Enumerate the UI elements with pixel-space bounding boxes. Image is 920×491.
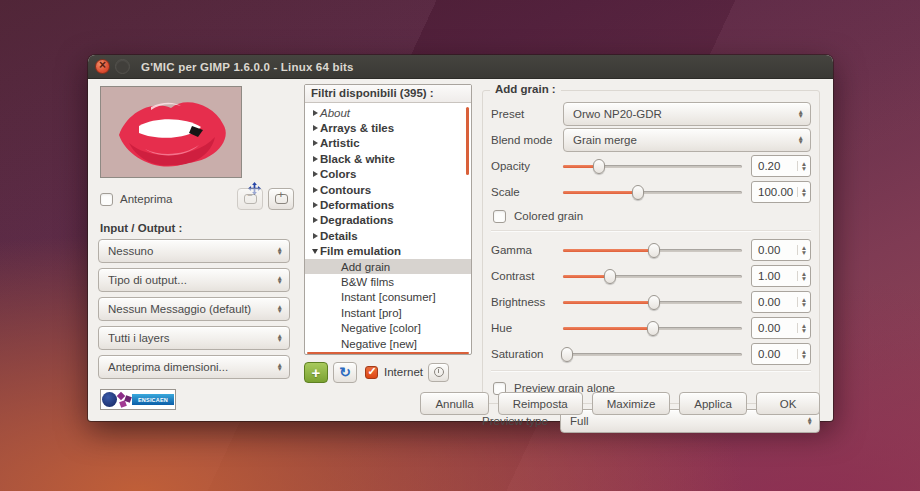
slider-thumb[interactable]: [561, 347, 573, 362]
zoom-out-button[interactable]: −: [237, 188, 263, 210]
filter-item[interactable]: Film emulation: [305, 244, 471, 259]
spinner-arrows-icon[interactable]: ▲▼: [797, 349, 810, 359]
filter-item[interactable]: B&W films: [305, 274, 471, 289]
filter-item[interactable]: About: [305, 105, 471, 120]
applica-button[interactable]: Applica: [679, 392, 747, 415]
filters-panel: Filtri disponibili (395) : About Arrays …: [304, 84, 472, 385]
value-spinbox[interactable]: 100.00 ▲▼: [751, 181, 811, 203]
expander-triangle-icon[interactable]: [310, 125, 320, 131]
filter-item[interactable]: Black & white: [305, 151, 471, 166]
filter-list: Filtri disponibili (395) : About Arrays …: [304, 84, 472, 355]
slider[interactable]: [563, 319, 742, 337]
expander-triangle-icon[interactable]: [310, 140, 320, 146]
filter-item[interactable]: Negative [new]: [305, 336, 471, 351]
slider-row: Contrast 1.00 ▲▼: [491, 264, 811, 288]
filter-list-header[interactable]: Filtri disponibili (395) :: [305, 85, 471, 103]
output-type-dropdown[interactable]: Tipo di output... ▲▼: [98, 268, 290, 292]
preview-size-dropdown[interactable]: Anteprima dimensioni... ▲▼: [98, 355, 290, 379]
value-spinbox[interactable]: 0.20 ▲▼: [751, 155, 811, 177]
input-layers-dropdown[interactable]: Nessuno ▲▼: [98, 239, 290, 263]
filter-item[interactable]: Contours: [305, 182, 471, 197]
slider[interactable]: [563, 241, 742, 259]
scrollbar-thumb[interactable]: [466, 107, 469, 175]
preset-label: Preset: [491, 108, 563, 120]
sliders-bottom: Gamma 0.00 ▲▼ Contrast 1.00 ▲▼ Brightnes…: [491, 238, 811, 366]
dropdown-caret-icon: ▲▼: [792, 110, 804, 119]
value-spinbox[interactable]: 0.00 ▲▼: [751, 291, 811, 313]
expander-triangle-icon[interactable]: [310, 156, 320, 162]
slider-thumb[interactable]: [648, 243, 660, 258]
value-spinbox[interactable]: 0.00 ▲▼: [751, 239, 811, 261]
slider[interactable]: [563, 183, 742, 201]
filter-item[interactable]: Details: [305, 228, 471, 243]
spinner-arrows-icon[interactable]: ▲▼: [797, 297, 810, 307]
slider[interactable]: [563, 157, 742, 175]
expander-triangle-icon[interactable]: [310, 233, 320, 239]
colored-grain-label: Colored grain: [514, 210, 583, 222]
slider-thumb[interactable]: [632, 185, 644, 200]
slider-label: Gamma: [491, 244, 563, 256]
reimposta-button[interactable]: Reimposta: [498, 392, 583, 415]
blend-mode-dropdown[interactable]: Grain merge ▲▼: [563, 128, 811, 152]
zoom-out-icon: −: [244, 194, 257, 204]
internet-checkbox[interactable]: [365, 366, 378, 379]
minimize-icon[interactable]: [115, 59, 130, 74]
filter-item[interactable]: Add grain: [305, 259, 471, 274]
spinner-arrows-icon[interactable]: ▲▼: [797, 245, 810, 255]
separator: [491, 370, 811, 371]
filter-item[interactable]: Negative [color]: [305, 320, 471, 335]
filter-item[interactable]: Colors: [305, 167, 471, 182]
slider[interactable]: [563, 293, 742, 311]
io-section-title: Input / Output :: [100, 222, 294, 234]
expander-triangle-icon[interactable]: [310, 171, 320, 177]
filter-item[interactable]: Arrays & tiles: [305, 120, 471, 135]
filter-item[interactable]: Degradations: [305, 213, 471, 228]
list-accent-line: [307, 352, 469, 354]
maximize-button[interactable]: Maximize: [592, 392, 671, 415]
slider-thumb[interactable]: [648, 295, 660, 310]
slider-row: Brightness 0.00 ▲▼: [491, 290, 811, 314]
colored-grain-checkbox[interactable]: [493, 210, 506, 223]
expander-triangle-icon[interactable]: [310, 249, 320, 254]
add-fave-button[interactable]: +: [304, 362, 328, 383]
spinner-arrows-icon[interactable]: ▲▼: [797, 187, 810, 197]
filter-item[interactable]: Instant [pro]: [305, 305, 471, 320]
gmic-dialog-window: G'MIC per GIMP 1.6.0.0 - Linux 64 bits: [88, 55, 833, 421]
preset-dropdown[interactable]: Orwo NP20-GDR ▲▼: [563, 102, 811, 126]
value-spinbox[interactable]: 0.00 ▲▼: [751, 343, 811, 365]
value-spinbox[interactable]: 1.00 ▲▼: [751, 265, 811, 287]
window-title: G'MIC per GIMP 1.6.0.0 - Linux 64 bits: [141, 61, 354, 73]
zoom-fit-button[interactable]: +: [268, 188, 294, 210]
slider-thumb[interactable]: [647, 321, 659, 336]
slider-thumb[interactable]: [593, 159, 605, 174]
slider[interactable]: [563, 345, 742, 363]
expander-triangle-icon[interactable]: [310, 187, 320, 193]
expander-triangle-icon[interactable]: [310, 202, 320, 208]
anteprima-checkbox[interactable]: [100, 193, 113, 206]
preview-image[interactable]: [100, 86, 242, 178]
titlebar[interactable]: G'MIC per GIMP 1.6.0.0 - Linux 64 bits: [88, 55, 833, 79]
filter-item[interactable]: Artistic: [305, 136, 471, 151]
slider-thumb[interactable]: [604, 269, 616, 284]
filter-item[interactable]: Instant [consumer]: [305, 290, 471, 305]
output-messages-dropdown[interactable]: Nessun Messaggio (default) ▲▼: [98, 297, 290, 321]
expander-triangle-icon[interactable]: [310, 110, 320, 116]
filter-item[interactable]: Deformations: [305, 197, 471, 212]
preview-mode-dropdown[interactable]: Tutti i layers ▲▼: [98, 326, 290, 350]
update-filters-button[interactable]: [428, 363, 449, 382]
expander-triangle-icon[interactable]: [310, 217, 320, 223]
close-icon[interactable]: [95, 59, 110, 74]
filter-toolbar: + ↻ Internet: [304, 359, 472, 385]
spinner-arrows-icon[interactable]: ▲▼: [797, 161, 810, 171]
lips-image: [101, 87, 241, 177]
sliders-top: Opacity 0.20 ▲▼ Scale 100.00 ▲▼: [491, 154, 811, 204]
zoom-fit-icon: +: [275, 194, 288, 204]
slider-label: Opacity: [491, 160, 563, 172]
spinner-arrows-icon[interactable]: ▲▼: [797, 271, 810, 281]
slider[interactable]: [563, 267, 742, 285]
annulla-button[interactable]: Annulla: [420, 392, 488, 415]
value-spinbox[interactable]: 0.00 ▲▼: [751, 317, 811, 339]
refresh-filters-button[interactable]: ↻: [333, 362, 357, 383]
ok-button[interactable]: OK: [756, 392, 820, 415]
spinner-arrows-icon[interactable]: ▲▼: [797, 323, 810, 333]
